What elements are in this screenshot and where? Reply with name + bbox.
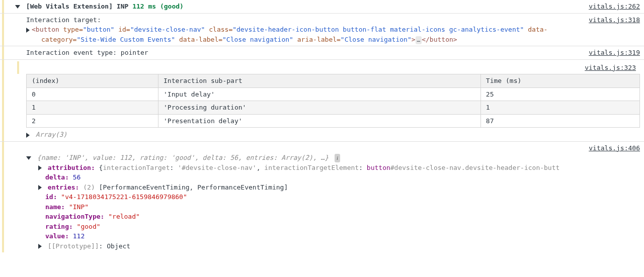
info-icon[interactable]: i — [335, 154, 340, 162]
table-row: 0 'Input delay' 25 — [27, 87, 640, 101]
source-link[interactable]: vitals.js:318 — [589, 15, 640, 25]
event-type-text: Interaction event type: pointer — [15, 48, 640, 58]
table-row: 1 'Processing duration' 1 — [27, 101, 640, 115]
table-header-row: (index) Interaction sub-part Time (ms) — [27, 74, 640, 88]
object-prop-name[interactable]: name: "INP" — [15, 202, 640, 212]
console-row-target: vitals.js:318 Interaction target: <butto… — [0, 14, 644, 47]
console-row-header: vitals.js:262 [Web Vitals Extension] INP… — [0, 0, 644, 14]
source-link[interactable]: vitals.js:406 — [589, 143, 640, 153]
object-prop-value[interactable]: value: 112 — [15, 231, 640, 241]
ellipsis-icon[interactable]: … — [416, 36, 422, 45]
object-summary[interactable]: {name: 'INP', value: 112, rating: 'good'… — [15, 153, 640, 163]
source-link[interactable]: vitals.js:262 — [589, 2, 640, 12]
object-prop-navtype[interactable]: navigationType: "reload" — [15, 212, 640, 222]
object-prop-delta[interactable]: delta: 56 — [15, 172, 640, 182]
target-element[interactable]: <button type="button" id="devsite-close-… — [15, 25, 640, 35]
log-title: [Web Vitals Extension] INP — [26, 3, 129, 10]
object-prop-attribution[interactable]: attribution: {interactionTarget: '#devsi… — [15, 163, 640, 173]
expand-toggle-icon[interactable] — [26, 156, 31, 160]
console-row-table: vitals.js:323 (index) Interaction sub-pa… — [0, 60, 644, 142]
log-value: 112 ms (good) — [132, 3, 184, 10]
table-row: 2 'Presentation delay' 87 — [27, 114, 640, 128]
object-prop-id[interactable]: id: "v4-1718034175221-6159846979860" — [15, 192, 640, 202]
expand-toggle-icon[interactable] — [38, 244, 42, 249]
expand-toggle-icon[interactable] — [38, 185, 42, 190]
expand-toggle-icon[interactable] — [26, 133, 30, 138]
target-label: Interaction target: — [15, 15, 640, 25]
source-link[interactable]: vitals.js:323 — [585, 63, 636, 73]
target-element-line2[interactable]: category="Site-Wide Custom Events" data-… — [15, 35, 640, 45]
table-header[interactable]: Interaction sub-part — [158, 74, 481, 88]
table-header[interactable]: (index) — [27, 74, 158, 88]
array-label[interactable]: Array(3) — [15, 130, 640, 140]
breakdown-table: (index) Interaction sub-part Time (ms) 0… — [26, 74, 640, 128]
source-link[interactable]: vitals.js:319 — [589, 48, 640, 58]
expand-toggle-icon[interactable] — [26, 28, 30, 33]
table-header[interactable]: Time (ms) — [480, 74, 639, 88]
object-prop-rating[interactable]: rating: "good" — [15, 222, 640, 232]
expand-toggle-icon[interactable] — [15, 5, 20, 9]
console-row-eventtype: vitals.js:319 Interaction event type: po… — [0, 46, 644, 60]
object-prop-entries[interactable]: entries: (2) [PerformanceEventTiming, Pe… — [15, 182, 640, 193]
console-row-object: vitals.js:406 {name: 'INP', value: 112, … — [0, 142, 644, 253]
object-prop-prototype[interactable]: [[Prototype]]: Object — [15, 241, 640, 251]
expand-toggle-icon[interactable] — [38, 165, 42, 170]
